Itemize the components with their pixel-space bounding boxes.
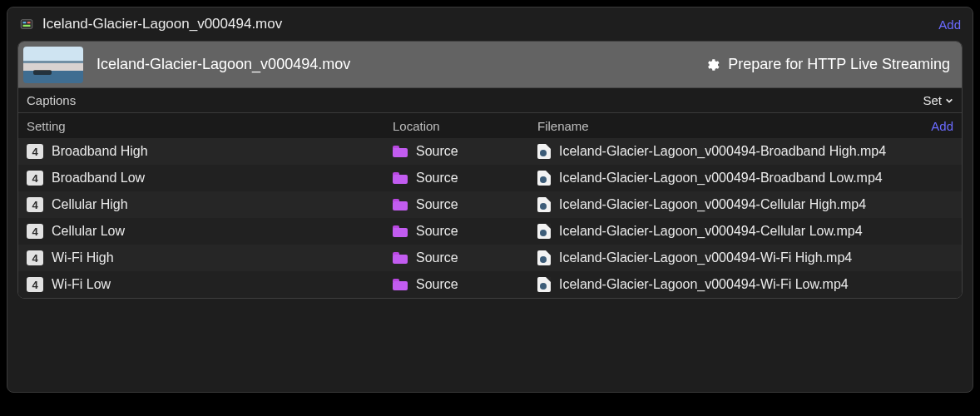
cell-setting: 4Broadband Low xyxy=(27,171,393,186)
action-button[interactable]: Prepare for HTTP Live Streaming xyxy=(705,56,950,73)
cell-location: Source xyxy=(393,171,537,186)
location-text: Source xyxy=(416,171,458,186)
file-icon xyxy=(537,144,551,159)
rows-container: 4Broadband HighSourceIceland-Glacier-Lag… xyxy=(18,138,962,298)
cell-location: Source xyxy=(393,224,537,239)
svg-rect-2 xyxy=(27,22,31,23)
setting-text: Cellular Low xyxy=(52,224,125,239)
folder-icon xyxy=(393,146,408,157)
table-row[interactable]: 4Cellular LowSourceIceland-Glacier-Lagoo… xyxy=(18,218,962,245)
batch-panel: Iceland-Glacier-Lagoon_v000494.mov Add I… xyxy=(7,7,973,393)
file-icon xyxy=(537,224,551,239)
cell-filename: Iceland-Glacier-Lagoon_v000494-Broadband… xyxy=(537,171,953,186)
cell-setting: 4Cellular Low xyxy=(27,224,393,239)
preset-badge-icon: 4 xyxy=(27,197,43,212)
cell-setting: 4Wi-Fi Low xyxy=(27,277,393,292)
cell-location: Source xyxy=(393,144,537,159)
cell-location: Source xyxy=(393,197,537,212)
add-button-top[interactable]: Add xyxy=(938,17,961,32)
setting-text: Broadband Low xyxy=(52,171,145,186)
gear-icon xyxy=(705,57,720,72)
cell-location: Source xyxy=(393,250,537,265)
column-setting[interactable]: Setting xyxy=(27,119,393,133)
folder-icon xyxy=(393,199,408,210)
action-label: Prepare for HTTP Live Streaming xyxy=(728,56,950,73)
table-row[interactable]: 4Wi-Fi LowSourceIceland-Glacier-Lagoon_v… xyxy=(18,271,962,298)
filename-text: Iceland-Glacier-Lagoon_v000494-Wi-Fi Low… xyxy=(559,277,849,292)
column-header: Setting Location Filename Add xyxy=(18,113,962,138)
preset-badge-icon: 4 xyxy=(27,277,43,292)
folder-icon xyxy=(393,172,408,184)
svg-rect-3 xyxy=(23,25,31,27)
location-text: Source xyxy=(416,277,458,292)
svg-rect-0 xyxy=(21,20,32,29)
filename-text: Iceland-Glacier-Lagoon_v000494-Wi-Fi Hig… xyxy=(559,250,852,265)
banner-filename: Iceland-Glacier-Lagoon_v000494.mov xyxy=(97,56,705,73)
preset-badge-icon: 4 xyxy=(27,250,43,265)
page-title: Iceland-Glacier-Lagoon_v000494.mov xyxy=(42,16,938,32)
section-dropdown-label: Set xyxy=(923,93,942,107)
chevron-down-icon xyxy=(945,97,953,105)
setting-text: Cellular High xyxy=(52,197,128,212)
app-icon xyxy=(19,17,34,32)
folder-icon xyxy=(393,225,408,237)
folder-icon xyxy=(393,279,408,290)
add-button-row[interactable]: Add xyxy=(931,119,953,133)
filename-text: Iceland-Glacier-Lagoon_v000494-Cellular … xyxy=(559,224,863,239)
table-row[interactable]: 4Broadband LowSourceIceland-Glacier-Lago… xyxy=(18,165,962,191)
location-text: Source xyxy=(416,144,458,159)
cell-setting: 4Wi-Fi High xyxy=(27,250,393,265)
cell-location: Source xyxy=(393,277,537,292)
folder-icon xyxy=(393,252,408,264)
banner: Iceland-Glacier-Lagoon_v000494.mov Prepa… xyxy=(18,42,962,88)
table-row[interactable]: 4Wi-Fi HighSourceIceland-Glacier-Lagoon_… xyxy=(18,245,962,271)
thumbnail[interactable] xyxy=(23,47,83,83)
title-row: Iceland-Glacier-Lagoon_v000494.mov Add xyxy=(7,7,973,41)
setting-text: Wi-Fi Low xyxy=(52,277,111,292)
filename-text: Iceland-Glacier-Lagoon_v000494-Broadband… xyxy=(559,144,886,159)
job-panel: Iceland-Glacier-Lagoon_v000494.mov Prepa… xyxy=(17,41,963,299)
location-text: Source xyxy=(416,197,458,212)
cell-filename: Iceland-Glacier-Lagoon_v000494-Cellular … xyxy=(537,197,953,212)
filename-text: Iceland-Glacier-Lagoon_v000494-Broadband… xyxy=(559,171,883,186)
location-text: Source xyxy=(416,224,458,239)
cell-filename: Iceland-Glacier-Lagoon_v000494-Wi-Fi Low… xyxy=(537,277,953,292)
table-row[interactable]: 4Cellular HighSourceIceland-Glacier-Lago… xyxy=(18,191,962,218)
cell-filename: Iceland-Glacier-Lagoon_v000494-Cellular … xyxy=(537,224,953,239)
setting-text: Broadband High xyxy=(52,144,148,159)
filename-text: Iceland-Glacier-Lagoon_v000494-Cellular … xyxy=(559,197,866,212)
preset-badge-icon: 4 xyxy=(27,224,43,239)
preset-badge-icon: 4 xyxy=(27,171,43,186)
column-location[interactable]: Location xyxy=(393,119,537,133)
file-icon xyxy=(537,277,551,292)
table-row[interactable]: 4Broadband HighSourceIceland-Glacier-Lag… xyxy=(18,138,962,165)
location-text: Source xyxy=(416,250,458,265)
file-icon xyxy=(537,197,551,212)
cell-filename: Iceland-Glacier-Lagoon_v000494-Wi-Fi Hig… xyxy=(537,250,953,265)
section-label: Captions xyxy=(27,93,923,107)
cell-setting: 4Broadband High xyxy=(27,144,393,159)
section-dropdown[interactable]: Set xyxy=(923,93,953,107)
column-filename[interactable]: Filename xyxy=(537,119,931,133)
file-icon xyxy=(537,250,551,265)
cell-setting: 4Cellular High xyxy=(27,197,393,212)
cell-filename: Iceland-Glacier-Lagoon_v000494-Broadband… xyxy=(537,144,953,159)
file-icon xyxy=(537,171,551,186)
preset-badge-icon: 4 xyxy=(27,144,43,159)
section-bar: Captions Set xyxy=(18,88,962,113)
setting-text: Wi-Fi High xyxy=(52,250,114,265)
svg-rect-1 xyxy=(23,22,27,23)
